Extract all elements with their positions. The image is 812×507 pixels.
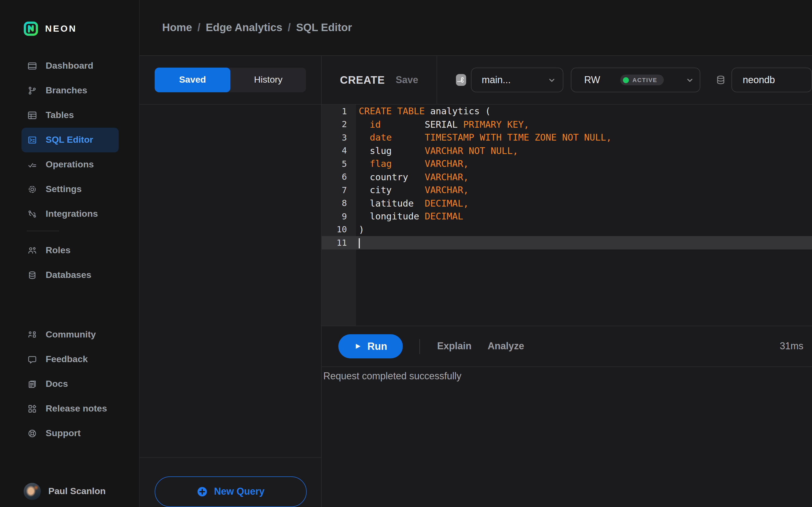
new-query-button[interactable]: New Query [155, 476, 307, 507]
logo-wordmark: NEON [45, 23, 77, 34]
sidebar: NEON DashboardBranchesTablesSQL EditorOp… [0, 0, 140, 507]
sidebar-item-community[interactable]: Community [21, 323, 119, 347]
sidebar-item-label: Roles [46, 245, 70, 256]
tab-saved[interactable]: Saved [155, 68, 231, 92]
sidebar-item-label: Integrations [46, 209, 98, 219]
sidebar-item-roles[interactable]: Roles [21, 238, 119, 263]
integrations-icon [27, 209, 38, 219]
code-line: 11 [322, 236, 812, 249]
line-number: 7 [322, 185, 356, 195]
code-line: 5 flag VARCHAR, [322, 157, 812, 170]
sidebar-spacer [0, 288, 139, 323]
tab-history[interactable]: History [231, 68, 306, 92]
neon-logo-icon [23, 21, 38, 37]
code-text: ) [356, 224, 364, 235]
endpoint-status-badge: ACTIVE [620, 74, 664, 85]
sidebar-item-label: Operations [46, 159, 94, 170]
user-menu[interactable]: Paul Scanlon [23, 483, 139, 500]
release-notes-icon [27, 403, 38, 414]
sidebar-item-label: Settings [46, 184, 82, 195]
docs-icon [27, 379, 38, 390]
queries-panel-footer: New Query [140, 457, 321, 507]
breadcrumb: Home/Edge Analytics/SQL Editor [162, 21, 352, 34]
line-number: 4 [322, 146, 356, 156]
code-text: latitude DECIMAL, [356, 198, 468, 209]
sidebar-item-label: SQL Editor [46, 135, 93, 146]
databases-icon [27, 270, 38, 281]
sidebar-item-label: Tables [46, 110, 74, 121]
sidebar-item-label: Databases [46, 270, 91, 281]
save-button[interactable]: Save [396, 74, 418, 86]
branch-icon[interactable] [456, 74, 466, 86]
endpoint-status-label: ACTIVE [632, 77, 657, 83]
branch-select-value: main... [482, 74, 511, 86]
breadcrumb-item-sql-editor[interactable]: SQL Editor [296, 21, 352, 34]
code-text: slug VARCHAR NOT NULL, [356, 146, 518, 156]
sidebar-item-feedback[interactable]: Feedback [21, 347, 119, 372]
sidebar-item-label: Dashboard [46, 61, 93, 71]
sidebar-item-sql-editor[interactable]: SQL Editor [21, 128, 119, 152]
code-line: 10) [322, 223, 812, 236]
database-icon [715, 74, 727, 86]
status-message: Request completed successfully [323, 371, 461, 382]
sidebar-item-docs[interactable]: Docs [21, 372, 119, 396]
query-title: CREATE [340, 74, 385, 86]
explain-button[interactable]: Explain [437, 341, 471, 352]
code-line: 6 country VARCHAR, [322, 170, 812, 183]
code-text: longitude DECIMAL [356, 211, 463, 222]
run-toolbar: Run Explain Analyze 31ms [322, 326, 812, 367]
breadcrumb-item-home[interactable]: Home [162, 21, 192, 34]
sidebar-item-integrations[interactable]: Integrations [21, 202, 119, 226]
support-icon [27, 428, 38, 439]
code-editor[interactable]: 1CREATE TABLE analytics (2 id SERIAL PRI… [322, 105, 812, 326]
main-area: Home/Edge Analytics/SQL Editor SavedHist… [140, 0, 812, 507]
tables-icon [27, 110, 38, 121]
sidebar-item-dashboard[interactable]: Dashboard [21, 54, 119, 78]
code-text: CREATE TABLE analytics ( [356, 106, 491, 117]
breadcrumb-separator: / [288, 21, 291, 34]
editor-header: CREATE Save main... [322, 56, 812, 105]
line-number: 6 [322, 172, 356, 182]
sidebar-item-operations[interactable]: Operations [21, 152, 119, 177]
plus-icon [197, 486, 208, 497]
saved-queries-list[interactable] [140, 105, 321, 457]
analyze-button[interactable]: Analyze [488, 341, 524, 352]
dashboard-icon [27, 61, 38, 71]
endpoint-select[interactable]: RW ACTIVE [571, 68, 700, 92]
sidebar-item-label: Feedback [46, 354, 88, 365]
line-number: 1 [322, 106, 356, 116]
line-number: 10 [322, 225, 356, 235]
sidebar-item-release-notes[interactable]: Release notes [21, 396, 119, 421]
sidebar-item-support[interactable]: Support [21, 421, 119, 446]
sidebar-item-settings[interactable]: Settings [21, 177, 119, 202]
line-number: 5 [322, 159, 356, 169]
code-line: 4 slug VARCHAR NOT NULL, [322, 144, 812, 157]
code-text: city VARCHAR, [356, 185, 468, 195]
sidebar-item-databases[interactable]: Databases [21, 263, 119, 288]
run-button[interactable]: Run [338, 334, 403, 358]
line-number: 3 [322, 132, 356, 143]
branches-icon [27, 85, 38, 96]
sidebar-item-tables[interactable]: Tables [21, 103, 119, 128]
sidebar-item-branches[interactable]: Branches [21, 78, 119, 103]
sidebar-item-label: Support [46, 428, 81, 439]
toolbar-divider [419, 339, 420, 354]
code-text: flag VARCHAR, [356, 159, 469, 169]
endpoint-select-value: RW [584, 74, 600, 86]
database-select[interactable]: neondb [731, 68, 812, 92]
sidebar-divider [27, 231, 59, 231]
operations-icon [27, 159, 38, 170]
branch-select[interactable]: main... [471, 68, 563, 92]
chevron-down-icon [547, 75, 556, 84]
breadcrumb-item-edge-analytics[interactable]: Edge Analytics [206, 21, 282, 34]
code-line: 3 date TIMESTAMP WITH TIME ZONE NOT NULL… [322, 131, 812, 144]
code-line: 7 city VARCHAR, [322, 183, 812, 196]
chevron-down-icon [685, 75, 694, 84]
neon-logo[interactable]: NEON [23, 21, 139, 37]
line-number: 2 [322, 119, 356, 129]
content: SavedHistory New Query [140, 55, 812, 507]
code-text: id SERIAL PRIMARY KEY, [356, 119, 529, 130]
header-divider [437, 56, 437, 104]
app-window: NEON DashboardBranchesTablesSQL EditorOp… [0, 0, 812, 507]
sidebar-nav: DashboardBranchesTablesSQL EditorOperati… [0, 54, 139, 446]
